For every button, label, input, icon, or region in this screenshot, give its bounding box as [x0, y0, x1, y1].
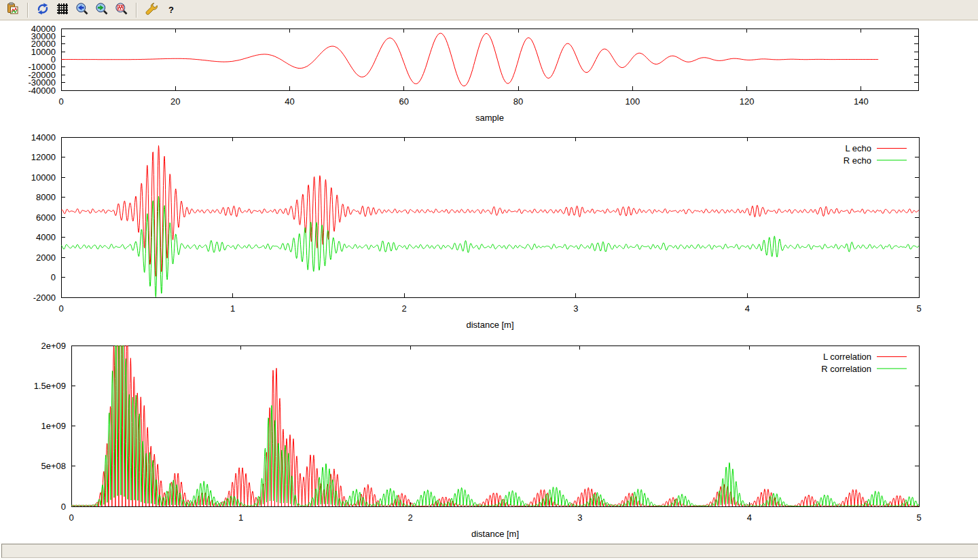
toolbar: ? — [0, 0, 978, 20]
toolbar-separator — [136, 3, 137, 18]
help-button[interactable]: ? — [162, 1, 180, 19]
svg-text:2: 2 — [408, 512, 413, 523]
svg-text:6000: 6000 — [36, 212, 56, 223]
svg-text:2000: 2000 — [36, 253, 56, 263]
svg-text:0: 0 — [61, 502, 66, 512]
svg-text:L echo: L echo — [845, 143, 871, 153]
svg-text:12000: 12000 — [31, 152, 56, 162]
magnifier-right-arrow-icon — [95, 2, 109, 18]
svg-text:4000: 4000 — [36, 232, 56, 242]
svg-text:5: 5 — [916, 303, 921, 314]
replot-button[interactable] — [34, 1, 52, 19]
svg-text:14000: 14000 — [31, 132, 56, 143]
svg-text:4: 4 — [747, 512, 752, 523]
svg-text:R echo: R echo — [844, 155, 871, 166]
question-mark-icon: ? — [164, 2, 178, 18]
gnuplot-window: { "window": { "toolbar_background": "#ec… — [0, 0, 978, 560]
copy-plot-button[interactable] — [4, 1, 22, 19]
chart-echo-signals[interactable]: 012345-200002000400060008000100001200014… — [0, 130, 978, 334]
svg-text:R correlation: R correlation — [821, 364, 871, 374]
clipboard-chart-icon — [6, 2, 20, 18]
svg-text:0: 0 — [69, 512, 73, 523]
svg-text:distance [m]: distance [m] — [466, 320, 513, 330]
svg-text:40000: 40000 — [31, 24, 56, 34]
svg-text:5: 5 — [916, 512, 921, 523]
chart-correlation[interactable]: 01234505e+081e+091.5e+092e+09distance [m… — [0, 339, 978, 542]
svg-text:distance [m]: distance [m] — [471, 529, 519, 539]
svg-text:1.5e+09: 1.5e+09 — [34, 381, 66, 391]
magnifier-plot-icon — [115, 2, 128, 18]
zoom-next-button[interactable] — [93, 1, 111, 19]
svg-text:120: 120 — [740, 96, 755, 107]
zoom-previous-button[interactable] — [73, 1, 91, 19]
svg-text:140: 140 — [854, 96, 869, 107]
svg-text:2e+09: 2e+09 — [41, 341, 66, 351]
svg-text:4: 4 — [745, 303, 750, 314]
svg-text:100: 100 — [625, 96, 640, 107]
status-bar — [1, 544, 978, 558]
magnifier-left-arrow-icon — [75, 2, 89, 18]
toolbar-separator — [27, 3, 29, 18]
apply-autoscale-button[interactable] — [113, 1, 130, 19]
svg-text:40: 40 — [285, 96, 294, 107]
svg-text:0: 0 — [58, 96, 63, 107]
svg-text:1: 1 — [238, 512, 243, 523]
svg-text:0: 0 — [58, 303, 63, 314]
svg-text:3: 3 — [573, 303, 578, 314]
svg-text:10000: 10000 — [31, 172, 56, 183]
svg-text:60: 60 — [399, 96, 409, 107]
svg-text:80: 80 — [513, 96, 523, 107]
svg-text:-2000: -2000 — [33, 293, 56, 303]
svg-text:sample: sample — [475, 113, 504, 123]
svg-text:2: 2 — [402, 303, 407, 314]
configure-button[interactable] — [143, 1, 160, 19]
svg-text:L correlation: L correlation — [823, 352, 871, 362]
svg-text:8000: 8000 — [36, 192, 56, 202]
chart-sweep-signal[interactable]: 020406080100120140-40000-30000-20000-100… — [0, 22, 978, 136]
svg-text:0: 0 — [51, 272, 56, 282]
svg-text:1: 1 — [230, 303, 235, 314]
svg-text:1e+09: 1e+09 — [41, 421, 66, 431]
refresh-arrows-icon — [36, 2, 50, 18]
grid-icon — [56, 2, 69, 18]
svg-text:3: 3 — [577, 512, 582, 523]
svg-text:5e+08: 5e+08 — [41, 461, 66, 471]
toggle-grid-button[interactable] — [54, 1, 71, 19]
svg-text:20: 20 — [170, 96, 180, 107]
svg-text:?: ? — [168, 5, 174, 15]
wrench-icon — [145, 2, 158, 18]
